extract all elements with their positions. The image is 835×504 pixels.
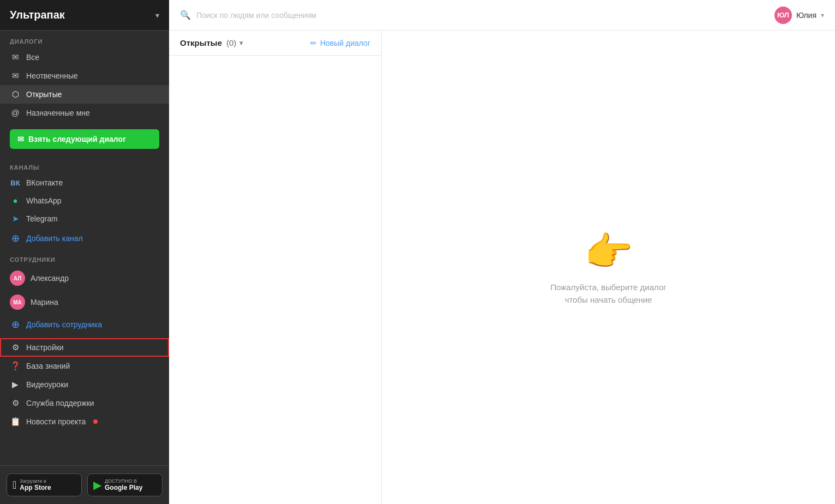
- sidebar-item-video[interactable]: ▶ Видеоуроки: [0, 375, 169, 394]
- empty-state: 👉 Пожалуйста, выберите диалог чтобы нача…: [550, 229, 666, 306]
- sidebar-item-all-label: Все: [26, 53, 39, 62]
- google-play-icon: ▶: [93, 478, 101, 491]
- sidebar-item-add-channel-label: Добавить канал: [26, 234, 83, 243]
- sidebar-item-all[interactable]: ✉ Все: [0, 48, 169, 67]
- employees-section-label: СОТРУДНИКИ: [0, 249, 169, 266]
- user-avatar-text: ЮЛ: [777, 11, 789, 19]
- add-employee-icon: ⊕: [10, 319, 21, 331]
- sidebar-item-knowledge[interactable]: ❓ База знаний: [0, 357, 169, 375]
- take-next-button[interactable]: ✉ Взять следующий диалог: [10, 129, 159, 149]
- google-play-badge[interactable]: ▶ ДОСТУПНО В Google Play: [87, 473, 163, 496]
- dialogs-section-label: ДИАЛОГИ: [0, 31, 169, 48]
- sidebar-item-news[interactable]: 📋 Новости проекта: [0, 412, 169, 431]
- whatsapp-icon: ●: [10, 196, 21, 205]
- new-dialog-button[interactable]: ✏ Новый диалог: [310, 39, 370, 47]
- sidebar-item-whatsapp-label: WhatsApp: [26, 196, 62, 205]
- dialogs-panel: Открытые (0) ▾ ✏ Новый диалог: [169, 31, 382, 504]
- app-store-badge[interactable]:  Загрузите в App Store: [7, 473, 82, 496]
- sidebar-item-alex-label: Александр: [31, 274, 69, 283]
- sidebar-item-telegram-label: Telegram: [26, 214, 58, 223]
- user-info[interactable]: ЮЛ Юлия ▾: [774, 7, 824, 24]
- search-icon: 🔍: [180, 10, 191, 20]
- sidebar-item-assigned-label: Назначенные мне: [26, 109, 90, 117]
- marina-avatar: МА: [10, 295, 25, 310]
- mail-icon: ✉: [10, 71, 21, 81]
- sidebar-item-vk[interactable]: ВК ВКонтакте: [0, 174, 169, 191]
- sidebar-item-news-label: Новости проекта: [26, 417, 86, 426]
- app-title: Ультрапак: [10, 9, 65, 21]
- telegram-icon: ➤: [10, 214, 21, 224]
- new-dialog-label: Новый диалог: [320, 39, 370, 47]
- channels-section-label: КАНАЛЫ: [0, 157, 169, 174]
- gear-icon: ⚙: [10, 343, 21, 352]
- sidebar: Ультрапак ▾ ДИАЛОГИ ✉ Все ✉ Неотвеченные…: [0, 0, 169, 504]
- sidebar-item-alex[interactable]: АЛ Александр: [0, 266, 169, 290]
- question-icon: ❓: [10, 361, 21, 371]
- sidebar-item-whatsapp[interactable]: ● WhatsApp: [0, 191, 169, 209]
- sidebar-item-marina[interactable]: МА Марина: [0, 290, 169, 314]
- empty-line2: чтобы начать общение: [550, 294, 666, 307]
- sidebar-item-support-label: Служба поддержки: [26, 399, 94, 407]
- sidebar-item-knowledge-label: База знаний: [26, 362, 70, 370]
- search-placeholder[interactable]: Поиск по людям или сообщениям: [196, 11, 316, 20]
- sidebar-item-settings-label: Настройки: [26, 343, 64, 352]
- google-play-top: ДОСТУПНО В: [105, 478, 142, 484]
- sidebar-item-unanswered[interactable]: ✉ Неотвеченные: [0, 67, 169, 85]
- empty-text: Пожалуйста, выберите диалог чтобы начать…: [550, 281, 666, 306]
- user-chevron-icon: ▾: [821, 11, 824, 19]
- take-next-icon: ✉: [17, 135, 24, 143]
- user-name: Юлия: [796, 11, 816, 20]
- vk-icon: ВК: [10, 179, 21, 187]
- sidebar-item-unanswered-label: Неотвеченные: [26, 71, 78, 80]
- new-dialog-icon: ✏: [310, 39, 317, 47]
- chat-panel: 👉 Пожалуйста, выберите диалог чтобы нача…: [382, 31, 835, 504]
- dialogs-chevron-icon: ▾: [239, 39, 243, 47]
- alex-avatar: АЛ: [10, 271, 25, 286]
- sidebar-item-settings[interactable]: ⚙ Настройки: [0, 338, 169, 357]
- dialogs-count: (0): [226, 38, 236, 47]
- app-store-bottom: App Store: [20, 484, 51, 491]
- play-icon: ▶: [10, 380, 21, 389]
- at-icon: @: [10, 108, 21, 117]
- add-channel-icon: ⊕: [10, 232, 21, 244]
- dialogs-status-label: Открытые: [180, 38, 222, 47]
- user-avatar: ЮЛ: [774, 7, 792, 24]
- dialogs-toolbar: Открытые (0) ▾ ✏ Новый диалог: [169, 31, 381, 56]
- news-dot: [93, 419, 98, 424]
- main-content: 🔍 Поиск по людям или сообщениям ЮЛ Юлия …: [169, 0, 835, 504]
- search-area: 🔍 Поиск по людям или сообщениям: [180, 10, 774, 20]
- sidebar-item-video-label: Видеоуроки: [26, 380, 68, 389]
- news-icon: 📋: [10, 417, 21, 427]
- sidebar-item-marina-label: Марина: [31, 298, 58, 307]
- sidebar-item-add-employee[interactable]: ⊕ Добавить сотрудника: [0, 314, 169, 335]
- sidebar-chevron-icon[interactable]: ▾: [155, 11, 159, 20]
- content-area: Открытые (0) ▾ ✏ Новый диалог 👉 Пожалуйс…: [169, 31, 835, 504]
- app-store-top: Загрузите в: [20, 478, 51, 484]
- topbar: 🔍 Поиск по людям или сообщениям ЮЛ Юлия …: [169, 0, 835, 31]
- sidebar-item-support[interactable]: ⚙ Служба поддержки: [0, 394, 169, 412]
- sidebar-header: Ультрапак ▾: [0, 0, 169, 31]
- sidebar-item-vk-label: ВКонтакте: [26, 178, 63, 187]
- sidebar-item-assigned[interactable]: @ Назначенные мне: [0, 104, 169, 122]
- open-icon: ⬡: [10, 89, 21, 99]
- dialogs-list: [169, 56, 381, 504]
- sidebar-item-add-channel[interactable]: ⊕ Добавить канал: [0, 228, 169, 249]
- sidebar-item-telegram[interactable]: ➤ Telegram: [0, 209, 169, 228]
- sidebar-item-open[interactable]: ⬡ Открытые: [0, 85, 169, 104]
- apple-icon: : [13, 479, 16, 491]
- sidebar-item-open-label: Открытые: [26, 90, 62, 99]
- empty-line1: Пожалуйста, выберите диалог: [550, 281, 666, 294]
- support-icon: ⚙: [10, 398, 21, 408]
- pointing-hand-emoji: 👉: [584, 229, 633, 275]
- dialogs-status[interactable]: Открытые (0) ▾: [180, 38, 243, 47]
- google-play-bottom: Google Play: [105, 484, 142, 491]
- sidebar-item-add-employee-label: Добавить сотрудника: [26, 320, 102, 329]
- inbox-icon: ✉: [10, 52, 21, 62]
- take-next-label: Взять следующий диалог: [28, 135, 126, 143]
- sidebar-footer:  Загрузите в App Store ▶ ДОСТУПНО В Goo…: [0, 465, 169, 504]
